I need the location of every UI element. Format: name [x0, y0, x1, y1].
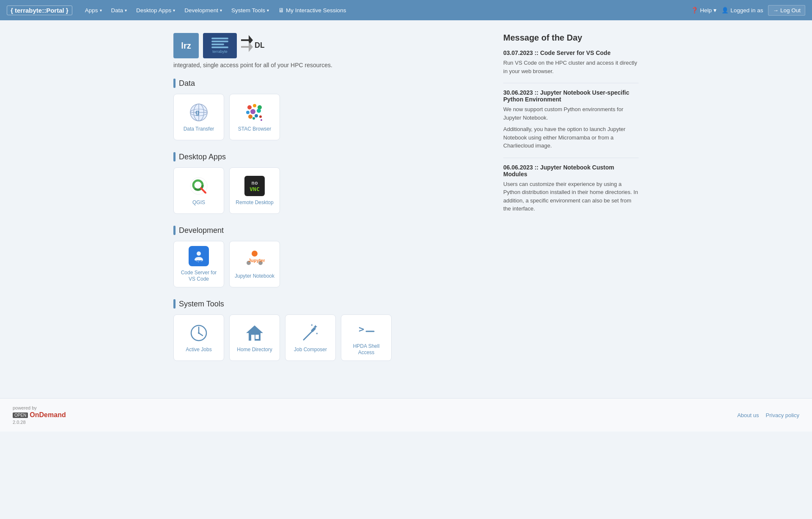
svg-text:✦: ✦: [313, 323, 318, 330]
svg-text:Jupyter: Jupyter: [248, 258, 265, 263]
svg-rect-37: [251, 335, 255, 341]
motd-entry-2-body-2: Additionally, you have the option to lau…: [503, 125, 639, 150]
dev-caret-icon: ▾: [220, 8, 222, 13]
lrz-logo: lrz: [173, 33, 199, 58]
brand[interactable]: { terrabyte::Portal }: [7, 5, 72, 15]
section-system-title: System Tools: [173, 299, 486, 309]
nav-desktop-apps[interactable]: Desktop Apps ▾: [132, 5, 179, 16]
app-card-qgis[interactable]: QGIS: [173, 167, 224, 214]
svg-point-26: [197, 251, 201, 256]
app-card-novnc[interactable]: no VNC Remote Desktop: [229, 167, 280, 214]
motd-entry-1-body: Run VS Code on the HPC cluster and acces…: [503, 59, 639, 75]
section-data-title: Data: [173, 79, 486, 88]
svg-marker-0: [241, 35, 253, 45]
section-desktop-title: Desktop Apps: [173, 152, 486, 161]
qgis-icon: [188, 175, 210, 197]
nav-data[interactable]: Data ▾: [107, 5, 132, 16]
svg-text:✦: ✦: [310, 323, 313, 327]
logout-icon: →: [773, 7, 779, 14]
svg-point-19: [252, 117, 255, 120]
svg-point-11: [253, 104, 256, 107]
section-dev-title: Development: [173, 226, 486, 235]
svg-point-18: [259, 115, 262, 118]
motd-entry-2-body-1: We now support custom Python environment…: [503, 105, 639, 122]
monitor-icon: 🖥: [278, 7, 284, 14]
section-bar-system: [173, 299, 176, 309]
app-card-jupyter[interactable]: Jupyter Jupyter Notebook: [229, 241, 280, 287]
svg-point-15: [257, 109, 261, 113]
data-caret-icon: ▾: [125, 8, 127, 13]
data-app-grid: g Data Transfer: [173, 94, 486, 140]
user-icon: 👤: [721, 7, 729, 14]
privacy-link[interactable]: Privacy policy: [766, 412, 799, 418]
app-card-shell[interactable]: > HPDA Shell Access: [341, 314, 392, 361]
section-bar-data: [173, 79, 176, 88]
svg-point-10: [247, 105, 252, 109]
navbar: { terrabyte::Portal } Apps ▾ Data ▾ Desk…: [0, 0, 812, 20]
app-card-codeserver[interactable]: </> Code Server for VS Code: [173, 241, 224, 287]
left-panel: lrz terrabyte DLR: [173, 33, 486, 373]
right-panel: Message of the Day 03.07.2023 :: Code Se…: [503, 33, 639, 373]
nav-development[interactable]: Development ▾: [180, 5, 226, 16]
svg-point-14: [250, 109, 255, 114]
main-content: lrz terrabyte DLR: [165, 20, 647, 398]
footer-left: powered by OPEN OnDemand 2.0.28: [13, 405, 66, 425]
stac-icon: [244, 101, 266, 123]
logo-row: lrz terrabyte DLR: [173, 33, 486, 58]
motd-divider-1: [503, 83, 639, 83]
svg-marker-1: [241, 42, 253, 52]
footer: powered by OPEN OnDemand 2.0.28 About us…: [0, 398, 812, 432]
motd-entry-1: 03.07.2023 :: Code Server for VS Code Ru…: [503, 49, 639, 75]
section-development: Development </>: [173, 226, 486, 287]
codeserver-icon: </>: [188, 246, 210, 267]
motd-entry-3-body: Users can customize their experience by …: [503, 180, 639, 213]
logged-in-label: 👤 Logged in as: [721, 7, 763, 14]
section-data: Data g: [173, 79, 486, 140]
app-card-globus[interactable]: g Data Transfer: [173, 94, 224, 140]
homedir-icon: [244, 322, 266, 344]
logout-button[interactable]: → Log Out: [768, 5, 805, 16]
jupyter-icon: Jupyter: [244, 249, 266, 270]
section-desktop-apps: Desktop Apps: [173, 152, 486, 214]
on-demand-text: OnDemand: [30, 411, 66, 419]
app-card-stac[interactable]: STAC Browser: [229, 94, 280, 140]
svg-line-39: [304, 331, 313, 340]
desktop-app-grid: QGIS no VNC Remote Desktop: [173, 167, 486, 214]
terrabyte-logo: terrabyte: [203, 33, 237, 58]
motd-entry-3: 06.06.2023 :: Jupyter Notebook Custom Mo…: [503, 164, 639, 213]
nav-interactive-sessions[interactable]: 🖥 My Interactive Sessions: [274, 4, 351, 16]
nav-apps[interactable]: Apps ▾: [81, 5, 106, 16]
help-button[interactable]: ❓ Help ▾: [691, 7, 716, 14]
section-bar-dev: [173, 226, 176, 235]
motd-entry-2: 30.06.2023 :: Jupyter Notebook User-spec…: [503, 89, 639, 150]
open-on-demand-brand: OPEN OnDemand: [13, 411, 66, 419]
svg-text:g: g: [195, 109, 200, 116]
motd-entry-1-title: 03.07.2023 :: Code Server for VS Code: [503, 49, 639, 56]
novnc-icon: no VNC: [244, 175, 266, 197]
svg-point-17: [255, 114, 258, 117]
svg-point-16: [248, 115, 252, 119]
motd-entry-2-title: 30.06.2023 :: Jupyter Notebook User-spec…: [503, 89, 639, 103]
tagline: integrated, single access point for all …: [173, 62, 486, 68]
svg-point-13: [246, 111, 250, 114]
desktop-caret-icon: ▾: [173, 8, 175, 13]
svg-point-20: [261, 119, 262, 121]
dev-app-grid: </> Code Server for VS Code: [173, 241, 486, 287]
nav-system-tools[interactable]: System Tools ▾: [227, 5, 273, 16]
open-badge: OPEN: [13, 412, 28, 418]
jobcomposer-icon: ✦ ✦ ✦: [299, 322, 321, 344]
dlr-logo: DLR: [241, 35, 264, 56]
svg-text:✦: ✦: [315, 332, 318, 336]
app-card-homedir[interactable]: Home Directory: [229, 314, 280, 361]
about-link[interactable]: About us: [737, 412, 759, 418]
svg-text:>: >: [359, 324, 364, 334]
svg-point-28: [252, 251, 258, 257]
svg-point-35: [198, 332, 200, 334]
system-app-grid: Active Jobs Home Directory: [173, 314, 486, 361]
app-card-activejobs[interactable]: Active Jobs: [173, 314, 224, 361]
app-card-jobcomposer[interactable]: ✦ ✦ ✦ Job Composer: [285, 314, 336, 361]
globus-icon: g: [188, 101, 210, 123]
apps-caret-icon: ▾: [100, 8, 102, 13]
svg-text:</>: </>: [195, 258, 203, 263]
svg-rect-38: [255, 335, 259, 339]
